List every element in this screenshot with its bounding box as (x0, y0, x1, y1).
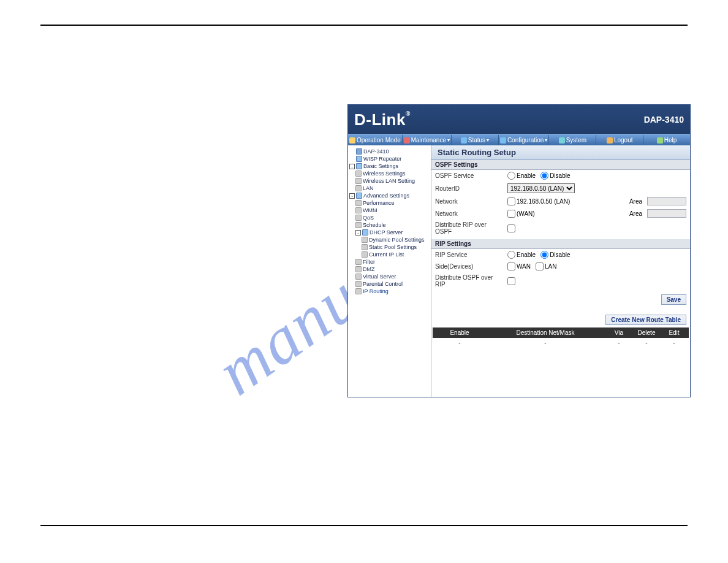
side-lan-checkbox[interactable]: LAN (536, 262, 556, 270)
col-delete: Delete (631, 329, 662, 336)
page-icon (355, 288, 362, 294)
tree-item-qos[interactable]: QoS (349, 214, 430, 221)
page-icon (355, 207, 362, 213)
rip-form: RIP Service Enable Disable Side(Devices)… (431, 249, 690, 292)
area-wan-input[interactable] (647, 209, 686, 218)
page-icon (355, 274, 362, 280)
section-ospf-heading: OSPF Settings (431, 160, 690, 170)
help-icon (657, 137, 663, 144)
create-route-button[interactable]: Create New Route Table (605, 315, 686, 325)
folder-icon (356, 156, 362, 162)
distribute-ospf-checkbox[interactable] (507, 277, 515, 285)
sidebar-tree: DAP-3410 WISP Repeater -Basic Settings W… (348, 145, 431, 397)
ospf-disable-radio[interactable]: Disable (540, 172, 570, 180)
page-icon (355, 200, 362, 206)
side-wan-checkbox[interactable]: WAN (507, 262, 531, 270)
folder-icon (362, 229, 368, 236)
menu-configuration[interactable]: Configuration▾ (499, 135, 549, 145)
tree-item-current-ip[interactable]: Current IP List (349, 251, 430, 258)
save-icon (461, 137, 467, 144)
top-menubar: Operation Mode Maintenance▾ Status▾ Conf… (348, 134, 690, 145)
page-icon (355, 259, 362, 265)
tree-item-wmm[interactable]: WMM (349, 207, 430, 214)
tree-item-device[interactable]: DAP-3410 (349, 148, 430, 155)
tree-item-virtual-server[interactable]: Virtual Server (349, 273, 430, 280)
tree-item-ip-routing[interactable]: IP Routing (349, 288, 430, 295)
tree-item-wireless-settings[interactable]: Wireless Settings (349, 170, 430, 177)
collapse-icon[interactable]: - (355, 230, 361, 236)
tree-item-dynamic-pool[interactable]: Dynamic Pool Settings (349, 236, 430, 243)
col-enable: Enable (435, 329, 484, 336)
page-icon (355, 185, 362, 191)
network-lan-checkbox[interactable]: 192.168.0.50 (LAN) (507, 197, 570, 205)
rip-disable-radio[interactable]: Disable (540, 251, 570, 259)
network-lan-label: Network (435, 198, 504, 205)
folder-icon (356, 163, 362, 169)
tree-item-performance[interactable]: Performance (349, 199, 430, 207)
tree-item-wlan-setting[interactable]: Wireless LAN Setting (349, 177, 430, 185)
page-icon (355, 170, 362, 177)
tree-item-wisp[interactable]: WISP Repeater (349, 155, 430, 163)
model-label: DAP-3410 (644, 115, 684, 124)
page-icon (355, 178, 362, 184)
menu-maintenance[interactable]: Maintenance▾ (403, 135, 452, 145)
routerid-select[interactable]: 192.168.0.50 (LAN) (507, 183, 575, 193)
bottom-rule (40, 525, 688, 526)
tree-item-basic[interactable]: -Basic Settings (349, 163, 430, 170)
save-button[interactable]: Save (661, 294, 686, 305)
cell-via: - (607, 340, 631, 347)
tree-item-dmz[interactable]: DMZ (349, 266, 430, 273)
ospf-form: OSPF Service Enable Disable RouterID 192… (431, 170, 690, 239)
save-icon (500, 137, 506, 144)
rip-service-label: RIP Service (435, 251, 504, 258)
tree-item-dhcp[interactable]: -DHCP Server (349, 229, 430, 236)
col-edit: Edit (662, 329, 686, 336)
area-lan-input[interactable] (647, 197, 686, 205)
distribute-rip-label: Distribute RIP over OSPF (435, 221, 504, 235)
chevron-down-icon: ▾ (545, 137, 547, 143)
menu-operation-mode[interactable]: Operation Mode (348, 135, 403, 145)
distribute-ospf-label: Distribute OSPF over RIP (435, 274, 504, 288)
collapse-icon[interactable]: - (349, 164, 355, 169)
cell-delete: - (631, 340, 662, 347)
ospf-enable-radio[interactable]: Enable (507, 172, 536, 180)
rip-enable-radio[interactable]: Enable (507, 251, 536, 259)
menu-system[interactable]: System (549, 135, 596, 145)
area-wan-label: Area (629, 210, 642, 217)
page-icon (362, 251, 368, 258)
device-icon (356, 148, 362, 155)
tools-icon (404, 137, 410, 144)
tree-item-schedule[interactable]: Schedule (349, 221, 430, 229)
menu-status[interactable]: Status▾ (452, 135, 499, 145)
router-admin-window: D-Link® DAP-3410 Operation Mode Maintena… (347, 104, 691, 397)
page-icon (362, 237, 368, 243)
chevron-down-icon: ▾ (447, 137, 450, 143)
network-wan-checkbox[interactable]: (WAN) (507, 210, 535, 218)
logout-icon (607, 137, 613, 144)
tree-item-lan[interactable]: LAN (349, 185, 430, 192)
page-title: Static Routing Setup (431, 145, 690, 160)
system-icon (559, 137, 565, 144)
network-wan-label: Network (435, 210, 504, 217)
tree-item-parental[interactable]: Parental Control (349, 280, 430, 288)
page-icon (355, 281, 362, 287)
brand-logo: D-Link® (354, 110, 411, 129)
cell-edit: - (662, 340, 686, 347)
page-icon (355, 266, 362, 272)
menu-help[interactable]: Help (643, 135, 690, 145)
content-pane: Static Routing Setup OSPF Settings OSPF … (431, 145, 690, 397)
top-rule (40, 25, 688, 26)
ospf-service-label: OSPF Service (435, 172, 504, 179)
tree-item-filter[interactable]: Filter (349, 258, 430, 266)
tree-item-advanced[interactable]: -Advanced Settings (349, 192, 430, 199)
chevron-down-icon: ▾ (487, 137, 489, 143)
home-icon (349, 137, 355, 144)
routerid-label: RouterID (435, 185, 504, 192)
tree-item-static-pool[interactable]: Static Pool Settings (349, 243, 430, 251)
page-icon (362, 244, 368, 250)
menu-logout[interactable]: Logout (596, 135, 643, 145)
collapse-icon[interactable]: - (349, 193, 355, 199)
folder-icon (356, 193, 362, 199)
distribute-rip-checkbox[interactable] (507, 224, 515, 232)
side-label: Side(Devices) (435, 263, 504, 270)
